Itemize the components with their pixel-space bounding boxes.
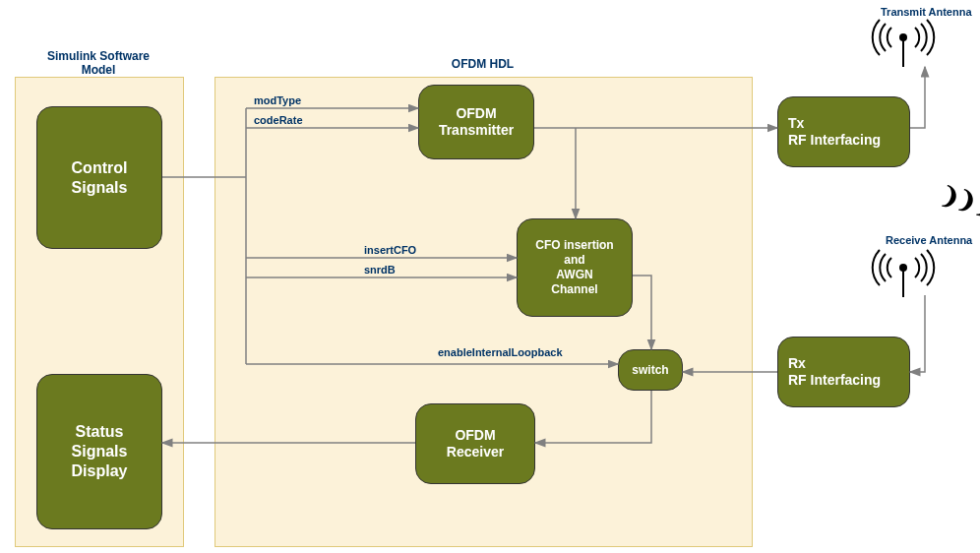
svg-point-3	[899, 264, 907, 272]
block-ofdm-transmitter: OFDM Transmitter	[418, 85, 534, 159]
label-receive-antenna: Receive Antenna	[886, 234, 972, 246]
block-control-signals: Control Signals	[36, 106, 162, 249]
block-tx-rf: Tx RF Interfacing	[777, 96, 910, 167]
receive-antenna-icon	[873, 250, 934, 297]
block-rx-rf: Rx RF Interfacing	[777, 337, 910, 407]
label-transmit-antenna: Transmit Antenna	[881, 6, 972, 18]
label-snrdb: snrdB	[364, 264, 396, 276]
region-simulink-label: Simulink Software Model	[15, 49, 182, 77]
label-enable-loopback: enableInternalLoopback	[438, 346, 563, 358]
block-status-display: Status Signals Display	[36, 374, 162, 529]
transmit-antenna-icon	[873, 20, 934, 67]
region-ofdm-hdl-label: OFDM HDL	[214, 57, 751, 71]
diagram-root: Simulink Software Model OFDM HDL Control…	[0, 0, 980, 553]
svg-point-1	[899, 33, 907, 41]
block-cfo-awgn: CFO insertion and AWGN Channel	[517, 218, 633, 317]
rf-waves-icon: ❩❩❩	[937, 180, 980, 220]
label-insertcfo: insertCFO	[364, 244, 416, 256]
block-ofdm-receiver: OFDM Receiver	[415, 403, 535, 484]
block-switch: switch	[618, 349, 683, 391]
label-modtype: modType	[254, 94, 301, 106]
label-coderate: codeRate	[254, 114, 303, 126]
